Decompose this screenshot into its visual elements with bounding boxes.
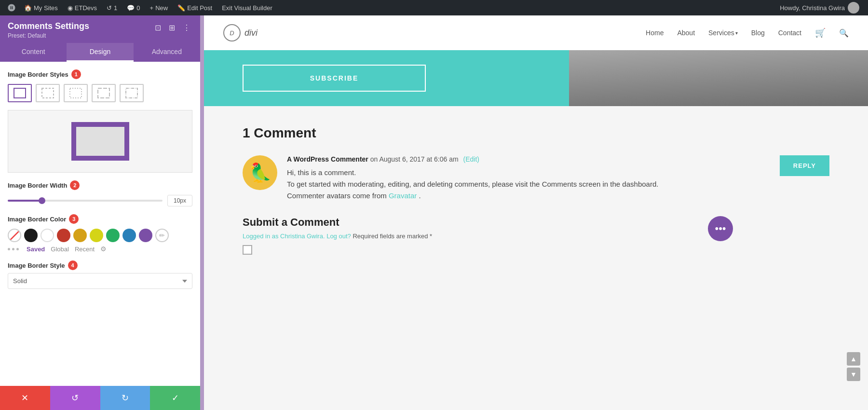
border-styles-label: Image Border Styles 1 — [8, 69, 192, 79]
color-swatch-custom[interactable]: ✏ — [155, 229, 169, 242]
chevron-down-icon: ▾ — [735, 30, 738, 36]
my-sites-menu[interactable]: 🏠 My Sites — [20, 0, 62, 15]
comments-link[interactable]: 💬 0 — [123, 0, 144, 15]
subscribe-button[interactable]: SUBSCRIBE — [243, 65, 426, 92]
panel-header: Comments Settings Preset: Default ⊡ ⊞ ⋮ — [0, 15, 200, 43]
border-dashed1-button[interactable] — [36, 84, 60, 102]
nav-contact[interactable]: Contact — [778, 29, 801, 37]
border-style-select[interactable]: Solid Dashed Dotted Double None — [8, 273, 192, 289]
logout-link[interactable]: Log out? — [326, 232, 351, 240]
keyboard-image — [569, 50, 868, 106]
panel-divider — [200, 15, 204, 410]
panel-footer: ✕ ↺ ↻ ✓ — [0, 386, 200, 410]
comment-avatar: 🦜 — [243, 155, 277, 190]
reply-button[interactable]: REPLY — [780, 155, 829, 176]
scroll-down-arrow[interactable]: ▼ — [847, 368, 860, 381]
color-tab-global[interactable]: Global — [51, 246, 69, 253]
nav-blog[interactable]: Blog — [751, 29, 765, 37]
site-content: SUBSCRIBE 1 Comment 🦜 A WordPress Comm — [204, 50, 868, 410]
nav-about[interactable]: About — [677, 29, 695, 37]
color-swatch-red[interactable] — [57, 229, 70, 242]
user-menu[interactable]: Howdy, Christina Gwira — [776, 2, 863, 14]
color-swatch-white[interactable] — [41, 229, 54, 242]
fab-button[interactable]: ••• — [708, 216, 733, 241]
subscribe-section: SUBSCRIBE — [204, 50, 868, 106]
border-style-badge: 4 — [68, 260, 78, 270]
updates-link[interactable]: ↺ 1 — [103, 0, 121, 15]
search-icon[interactable]: 🔍 — [839, 28, 849, 38]
border-styles-badge: 1 — [71, 69, 81, 79]
border-none-button[interactable] — [120, 84, 144, 102]
nav-home[interactable]: Home — [646, 29, 664, 37]
border-preview — [8, 110, 192, 173]
svg-rect-4 — [126, 88, 137, 98]
border-style-buttons — [8, 84, 192, 102]
comment-text: Hi, this is a comment. To get started wi… — [287, 167, 829, 202]
gravatar-link[interactable]: Gravatar — [389, 191, 417, 200]
color-swatch-blue[interactable] — [122, 229, 136, 242]
panel-preset: Preset: Default — [8, 32, 89, 39]
color-swatch-purple[interactable] — [139, 229, 152, 242]
svg-rect-1 — [42, 88, 54, 98]
undo-button[interactable]: ↺ — [50, 386, 100, 410]
et-devs-link[interactable]: ◉ ETDevs — [64, 0, 101, 15]
exit-builder-button[interactable]: Exit Visual Builder — [218, 0, 276, 15]
color-tab-recent[interactable]: Recent — [75, 246, 95, 253]
color-swatch-black[interactable] — [24, 229, 38, 242]
site-preview: D divi Home About Services ▾ Blog Contac… — [204, 15, 868, 410]
wp-logo[interactable] — [5, 0, 18, 15]
refresh-icon: ↺ — [107, 4, 112, 12]
scroll-up-arrow[interactable]: ▲ — [847, 352, 860, 366]
logged-in-link[interactable]: Logged in as Christina Gwira. — [243, 232, 325, 240]
color-swatch-green[interactable] — [106, 229, 120, 242]
border-width-label: Image Border Width 2 — [8, 180, 192, 190]
color-swatch-transparent[interactable] — [8, 229, 21, 242]
logged-in-text: Logged in as Christina Gwira. Log out? R… — [243, 232, 829, 240]
border-width-value[interactable]: 10px — [167, 195, 192, 206]
hero-image — [569, 50, 868, 106]
submit-comment-section: Submit a Comment Logged in as Christina … — [243, 216, 829, 240]
scroll-arrows: ▲ ▼ — [847, 352, 860, 381]
comment-meta: A WordPress Commenter on August 6, 2017 … — [287, 155, 829, 163]
dots-icon: ••• — [715, 222, 726, 235]
border-dashed3-button[interactable] — [92, 84, 116, 102]
new-content-button[interactable]: + New — [146, 0, 172, 15]
more-options-button[interactable]: ⋮ — [181, 21, 192, 34]
color-swatch-yellow[interactable] — [90, 229, 103, 242]
border-dashed2-button[interactable] — [64, 84, 88, 102]
comment-edit-link[interactable]: (Edit) — [463, 155, 479, 163]
border-color-badge: 3 — [69, 214, 79, 224]
color-swatch-orange[interactable] — [73, 229, 87, 242]
avatar-image: 🦜 — [249, 164, 271, 182]
site-nav-items: Home About Services ▾ Blog Contact 🛒 🔍 — [646, 27, 849, 38]
border-solid-button[interactable] — [8, 84, 32, 102]
color-settings-gear[interactable]: ⚙ — [100, 245, 107, 253]
redo-button[interactable]: ↻ — [100, 386, 150, 410]
border-style-label: Image Border Style 4 — [8, 260, 192, 270]
admin-bar: 🏠 My Sites ◉ ETDevs ↺ 1 💬 0 + New ✏️ Edi… — [0, 0, 868, 15]
comment-body: A WordPress Commenter on August 6, 2017 … — [287, 155, 829, 202]
cancel-button[interactable]: ✕ — [0, 386, 50, 410]
home-icon: 🏠 — [24, 4, 32, 12]
color-tab-saved[interactable]: Saved — [27, 246, 45, 253]
comment-checkbox[interactable] — [243, 245, 252, 255]
svg-rect-3 — [98, 88, 109, 98]
comment-icon: 💬 — [127, 4, 135, 12]
tab-advanced[interactable]: Advanced — [134, 43, 200, 62]
grid-view-button[interactable]: ⊞ — [167, 21, 177, 34]
tab-content[interactable]: Content — [0, 43, 67, 62]
checkbox-area — [243, 245, 252, 257]
comment-author: A WordPress Commenter — [287, 155, 368, 163]
site-logo[interactable]: D divi — [223, 24, 258, 41]
more-swatches-dots[interactable] — [8, 248, 19, 250]
panel-content: Image Border Styles 1 — [0, 62, 200, 386]
border-width-slider-section: 10px — [8, 195, 192, 206]
tab-design[interactable]: Design — [67, 43, 133, 62]
comments-settings-panel: Comments Settings Preset: Default ⊡ ⊞ ⋮ … — [0, 15, 200, 410]
confirm-button[interactable]: ✓ — [150, 386, 200, 410]
nav-services[interactable]: Services ▾ — [708, 29, 738, 37]
edit-post-link[interactable]: ✏️ Edit Post — [174, 0, 216, 15]
border-width-slider[interactable] — [8, 200, 163, 202]
expand-panel-button[interactable]: ⊡ — [153, 21, 163, 34]
cart-icon[interactable]: 🛒 — [815, 27, 826, 38]
